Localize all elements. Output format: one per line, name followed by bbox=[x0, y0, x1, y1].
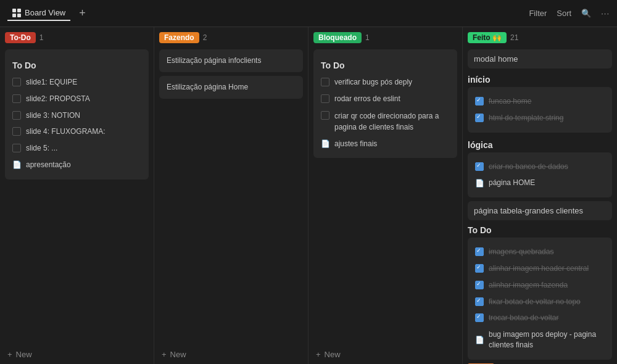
plus-icon: + bbox=[162, 350, 167, 359]
column-feito-header: Feito 🙌 21 bbox=[468, 32, 612, 43]
fazendo-new-button[interactable]: + New bbox=[159, 345, 303, 364]
checkbox-html-template[interactable] bbox=[475, 114, 484, 122]
card-item-trocar-botao: trocar botao de voltar bbox=[475, 310, 605, 326]
checkbox-slide2[interactable] bbox=[12, 94, 21, 103]
column-fazendo: Fazendo 2 Estilização página infoclients… bbox=[154, 27, 308, 364]
search-icon: 🔍 bbox=[581, 9, 591, 18]
feito-count: 21 bbox=[510, 33, 518, 42]
card-item: slide 5: ... bbox=[12, 140, 141, 157]
tabela-text: página tabela-grandes clientes bbox=[474, 206, 583, 215]
card-doc-apresentacao: 📄 apresentação bbox=[12, 157, 141, 173]
checkbox-slide5[interactable] bbox=[12, 144, 21, 152]
checkbox-alinhar-header[interactable] bbox=[475, 264, 484, 273]
feito-todo-card[interactable]: imagens quebradas alinhar imagem header … bbox=[468, 238, 612, 360]
sort-button[interactable]: Sort bbox=[557, 9, 571, 18]
column-bloqueado-header: Bloqueado 1 bbox=[313, 32, 457, 43]
trocar-botao-text: trocar botao de voltar bbox=[489, 313, 558, 323]
inicio-card[interactable]: funcao home html do template string bbox=[468, 87, 612, 133]
checkbox-verificar[interactable] bbox=[321, 78, 329, 86]
plus-icon: + bbox=[7, 350, 12, 359]
checkbox-alinhar-fazenda[interactable] bbox=[475, 281, 484, 289]
todo-new-button[interactable]: + New bbox=[5, 345, 149, 364]
feito-tabela-card[interactable]: página tabela-grandes clientes bbox=[468, 201, 612, 220]
fazendo-card1-text: Estilização página infoclients bbox=[167, 56, 261, 65]
alinhar-header-text: alinhar imagem header central bbox=[489, 263, 589, 274]
board-view-tab[interactable]: Board View bbox=[7, 6, 70, 21]
pagina-home-text: página HOME bbox=[489, 178, 535, 188]
todo-card[interactable]: To Do slide1: EQUIPE slide2: PROPOSTA sl… bbox=[5, 49, 149, 180]
feito-modal-home-card[interactable]: modal home bbox=[468, 49, 612, 68]
slide2-text: slide2: PROPOSTA bbox=[26, 94, 90, 104]
checkbox-rodar[interactable] bbox=[321, 94, 329, 103]
card-item: slide1: EQUIPE bbox=[12, 74, 141, 91]
board-view-label: Board View bbox=[25, 8, 65, 17]
checkbox-trocar-botao[interactable] bbox=[475, 313, 484, 322]
board-icon bbox=[12, 9, 21, 17]
todo-cards-list: To Do slide1: EQUIPE slide2: PROPOSTA sl… bbox=[5, 49, 149, 344]
card-doc-bug-imagem: 📄 bug imagem pos deploy - pagina cliente… bbox=[475, 326, 605, 354]
card-item-fixar-botao: fixar botao de voltar no topo bbox=[475, 294, 605, 310]
feito-section-inicio: início funcao home html do template stri… bbox=[468, 71, 612, 133]
column-fazendo-header: Fazendo 2 bbox=[159, 32, 303, 43]
feito-badge: Feito 🙌 bbox=[468, 32, 507, 43]
checkbox-criar-banco[interactable] bbox=[475, 162, 484, 171]
fazendo-badge: Fazendo bbox=[159, 32, 199, 43]
bloqueado-card[interactable]: To Do verificar bugs pós deply rodar err… bbox=[313, 49, 457, 158]
logica-card[interactable]: criar no banco de dados 📄 página HOME bbox=[468, 152, 612, 198]
modal-home-text: modal home bbox=[474, 54, 518, 64]
column-feito: Feito 🙌 21 modal home início funcao home bbox=[463, 27, 617, 364]
bloqueado-section-title: To Do bbox=[321, 60, 450, 70]
filter-button[interactable]: Filter bbox=[529, 9, 547, 18]
checkbox-imagens[interactable] bbox=[475, 247, 484, 256]
todo-count: 1 bbox=[39, 33, 44, 42]
funcao-text: funcao home bbox=[489, 96, 531, 107]
todo-sublabel: To Do bbox=[468, 223, 612, 238]
bug-imagem-text: bug imagem pos deploy - pagina clientes … bbox=[489, 329, 605, 350]
search-button[interactable]: 🔍 bbox=[581, 9, 591, 18]
card-item-rodar: rodar erros de eslint bbox=[321, 91, 450, 107]
top-bar: Board View + Filter Sort 🔍 ··· bbox=[0, 0, 617, 27]
todo-section-title: To Do bbox=[12, 60, 141, 70]
checkbox-slide1[interactable] bbox=[12, 78, 21, 86]
alinhar-fazenda-text: alinhar imagem fazenda bbox=[489, 280, 568, 291]
apresentacao-text: apresentação bbox=[26, 160, 71, 170]
bloqueado-badge: Bloqueado bbox=[313, 32, 362, 43]
fazendo-card-1[interactable]: Estilização página infoclients bbox=[159, 49, 303, 72]
card-item: slide2: PROPOSTA bbox=[12, 91, 141, 107]
top-bar-left: Board View + bbox=[7, 6, 89, 21]
add-view-button[interactable]: + bbox=[75, 6, 89, 21]
rodar-text: rodar erros de eslint bbox=[334, 94, 400, 104]
checkbox-fixar-botao[interactable] bbox=[475, 297, 484, 306]
fazendo-new-label: New bbox=[170, 350, 186, 359]
feito-section-logica: lógica criar no banco de dados 📄 página … bbox=[468, 136, 612, 198]
doc-icon: 📄 bbox=[12, 160, 21, 169]
slide1-text: slide1: EQUIPE bbox=[26, 77, 77, 88]
checkbox-slide3[interactable] bbox=[12, 111, 21, 120]
card-item-criar-banco: criar no banco de dados bbox=[475, 159, 605, 175]
column-bloqueado: Bloqueado 1 To Do verificar bugs pós dep… bbox=[308, 27, 463, 364]
card-item-alinhar-header: alinhar imagem header central bbox=[475, 260, 605, 277]
card-item: slide 3: NOTION bbox=[12, 107, 141, 124]
inicio-label: início bbox=[468, 71, 612, 87]
ajustes-text: ajustes finais bbox=[334, 139, 377, 149]
checkbox-funcao[interactable] bbox=[475, 97, 484, 105]
criar-banco-text: criar no banco de dados bbox=[489, 162, 568, 172]
card-doc-ajustes: 📄 ajustes finais bbox=[321, 136, 450, 152]
fazendo-card-2[interactable]: Estilização página Home bbox=[159, 76, 303, 99]
card-item-criar-qr: criar qr code direcionado para a pagina … bbox=[321, 107, 450, 136]
board: To-Do 1 To Do slide1: EQUIPE slide2: PRO… bbox=[0, 27, 617, 364]
plus-icon: + bbox=[316, 350, 321, 359]
more-options-button[interactable]: ··· bbox=[601, 9, 610, 18]
slide5-text: slide 5: ... bbox=[26, 143, 57, 154]
card-doc-pagina-home: 📄 página HOME bbox=[475, 175, 605, 191]
top-bar-right: Filter Sort 🔍 ··· bbox=[529, 9, 610, 18]
criar-qr-text: criar qr code direcionado para a pagina … bbox=[334, 110, 450, 133]
todo-new-label: New bbox=[16, 350, 32, 359]
card-item: slide 4: FLUXOGRAMA: bbox=[12, 123, 141, 140]
checkbox-criar-qr[interactable] bbox=[321, 111, 329, 120]
bloqueado-new-button[interactable]: + New bbox=[313, 345, 457, 364]
checkbox-slide4[interactable] bbox=[12, 127, 21, 136]
slide4-text: slide 4: FLUXOGRAMA: bbox=[26, 126, 106, 137]
logica-label: lógica bbox=[468, 136, 612, 152]
card-item-alinhar-fazenda: alinhar imagem fazenda bbox=[475, 277, 605, 294]
